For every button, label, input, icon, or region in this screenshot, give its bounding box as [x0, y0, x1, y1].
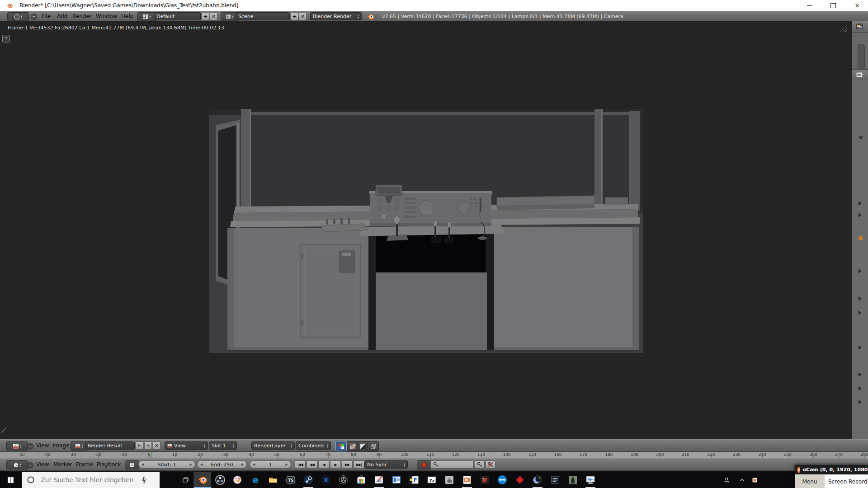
current-frame-field[interactable]: ◀1▶ — [250, 460, 291, 469]
panel-expand-triangle-icon[interactable] — [859, 372, 862, 377]
collapse-menus-toggle[interactable]: − — [27, 443, 33, 450]
panel-expand-triangle-icon[interactable] — [859, 136, 863, 140]
insert-keyframe-button[interactable] — [475, 460, 485, 469]
use-preview-range-clock-button[interactable] — [125, 460, 139, 469]
area-corner-grip-icon[interactable] — [840, 25, 847, 32]
scene-field[interactable]: Scene — [236, 12, 290, 20]
ocam-menu-button[interactable]: Menu — [795, 475, 825, 488]
taskbar-app-red-diamond[interactable] — [511, 472, 528, 488]
menu-view[interactable]: View — [36, 461, 49, 468]
taskbar-app-blender[interactable] — [193, 472, 211, 488]
menu-view[interactable]: View — [36, 442, 49, 449]
taskbar-app-xpadder[interactable]: X — [317, 472, 335, 488]
taskbar-app-teamviewer[interactable] — [493, 472, 511, 488]
close-button[interactable]: × — [847, 0, 868, 11]
next-keyframe-button[interactable]: ▶▶ — [342, 460, 353, 469]
taskbar-app-orange-doc[interactable] — [458, 472, 476, 488]
current-frame-playhead[interactable] — [151, 452, 152, 458]
editor-type-button-info[interactable]: ▴▾ — [7, 12, 29, 21]
taskbar-app-photos[interactable] — [370, 472, 387, 488]
panel-expand-triangle-icon[interactable] — [859, 213, 862, 217]
start-button[interactable] — [0, 472, 21, 488]
window-titlebar[interactable]: Blender* [C:\Users\Wagner\Saved Games\Do… — [0, 0, 868, 11]
delete-keyframe-button[interactable] — [486, 460, 495, 469]
jump-to-end-button[interactable]: ▶▶| — [354, 460, 364, 469]
keying-set-field[interactable] — [430, 460, 474, 469]
sync-mode-select[interactable]: No Sync ▴▾ — [364, 460, 408, 469]
new-image-button[interactable]: + — [144, 441, 152, 450]
play-button[interactable]: ▶ — [330, 460, 341, 469]
timeline-ruler[interactable]: -50-40-30-20-100102030405060708090100110… — [0, 452, 868, 459]
frame-end-field[interactable]: ◀End: 250▶ — [197, 460, 247, 469]
outliner-header-sliver[interactable] — [852, 21, 868, 33]
menu-image[interactable]: Image — [52, 442, 70, 449]
prev-keyframe-button[interactable]: ◀◀ — [307, 460, 317, 469]
taskbar-app-scp[interactable] — [335, 472, 352, 488]
taskbar-app-game-art[interactable] — [476, 472, 493, 488]
draw-channels-color-alpha-toggle[interactable] — [335, 441, 347, 451]
panel-expand-triangle-icon[interactable] — [859, 400, 862, 404]
render-layer-select[interactable]: RenderLayer ▴▾ — [251, 441, 295, 450]
taskbar-app-obs[interactable] — [211, 472, 229, 488]
panel-expand-triangle-icon[interactable] — [859, 386, 862, 391]
taskbar-app-fraps[interactable]: F — [405, 472, 423, 488]
taskbar-app-daemon-tools[interactable] — [528, 472, 546, 488]
area-corner-grip-icon[interactable] — [1, 428, 8, 436]
expand-region-plus-icon[interactable]: + — [2, 35, 10, 42]
record-button[interactable] — [417, 460, 431, 469]
render-pass-select[interactable]: Combined ▴▾ — [296, 441, 331, 450]
taskbar-app-explorer[interactable] — [264, 472, 282, 488]
tray-overflow-chevron[interactable] — [735, 472, 749, 488]
task-view-button[interactable] — [176, 472, 194, 488]
ocam-screen-record-tab[interactable]: Screen Record — [825, 475, 868, 488]
outliner-scrollbar[interactable] — [858, 44, 865, 70]
slot-select[interactable]: Slot 1 ▴▾ — [209, 441, 237, 450]
taskbar-app-se-tool[interactable] — [546, 472, 564, 488]
editor-type-button-timeline[interactable]: ▴▾ — [6, 460, 28, 469]
screen-layout-field[interactable]: Default — [154, 12, 201, 20]
menu-marker[interactable]: Marker — [53, 461, 72, 468]
menu-help[interactable]: Help — [121, 13, 133, 19]
microphone-icon[interactable] — [140, 475, 149, 484]
taskbar-app-teamspeak[interactable]: TS — [282, 472, 299, 488]
copy-image-toggle[interactable] — [368, 441, 379, 451]
panel-expand-triangle-icon[interactable] — [859, 345, 862, 350]
unlink-image-button[interactable]: ✕ — [153, 441, 160, 450]
collapse-menus-toggle[interactable]: − — [27, 462, 33, 469]
menu-add[interactable]: Add — [57, 13, 67, 19]
menu-window[interactable]: Window — [96, 13, 117, 19]
ocam-tray-icon[interactable] — [748, 472, 761, 488]
frame-start-field[interactable]: ◀Start: 1▶ — [138, 460, 195, 469]
ocam-window[interactable]: o oCam (0, 0, 1920, 1080) Menu Screen Re… — [795, 465, 868, 488]
menu-playback[interactable]: Playback — [97, 461, 121, 468]
taskbar-app-blue-list[interactable] — [387, 472, 405, 488]
properties-header-sliver[interactable] — [852, 70, 868, 81]
search-input[interactable] — [40, 476, 139, 484]
menu-frame[interactable]: Frame — [76, 461, 93, 468]
minimize-button[interactable] — [799, 0, 820, 11]
image-name-field[interactable]: Render Result — [85, 441, 135, 450]
people-tray-icon[interactable] — [720, 472, 733, 488]
taskbar-app-paint3d[interactable] — [229, 472, 246, 488]
delete-scene-button[interactable]: ✕ — [299, 12, 307, 20]
taskbar-app-ocam-recorder[interactable] — [581, 472, 599, 488]
panel-expand-triangle-icon[interactable] — [859, 296, 862, 301]
delete-layout-button[interactable]: ✕ — [210, 12, 217, 20]
taskbar-app-edge[interactable]: e — [246, 472, 264, 488]
maximize-button[interactable] — [823, 0, 844, 11]
menu-file[interactable]: File — [42, 13, 51, 19]
menu-render[interactable]: Render — [72, 13, 92, 19]
taskbar-app-ms-store[interactable] — [352, 472, 370, 488]
play-reverse-button[interactable]: ◀ — [318, 460, 329, 469]
editor-type-button-image[interactable]: ▴▾ — [6, 441, 28, 450]
taskbar-app-green-game[interactable] — [564, 472, 581, 488]
taskbar-app-steam[interactable] — [299, 472, 317, 488]
draw-channels-luminance-toggle[interactable] — [357, 441, 368, 451]
taskbar-search[interactable] — [22, 472, 160, 488]
jump-to-start-button[interactable]: |◀◀ — [295, 460, 306, 469]
taskbar-app-7zip[interactable]: 7z — [423, 472, 440, 488]
panel-expand-triangle-icon[interactable] — [859, 201, 862, 206]
panel-expand-triangle-icon[interactable] — [859, 310, 862, 315]
add-layout-button[interactable]: + — [202, 12, 209, 20]
ocam-titlebar[interactable]: o oCam (0, 0, 1920, 1080) — [795, 465, 868, 474]
